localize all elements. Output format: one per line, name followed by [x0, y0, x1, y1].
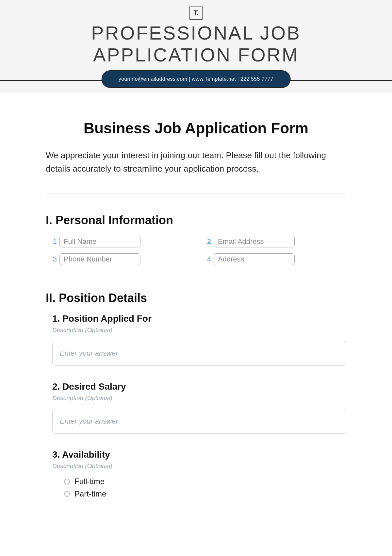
intro-text: We appreciate your interest in joining o…: [46, 149, 346, 175]
contact-text: yourinfo@emailaddress.com | www.Template…: [119, 76, 274, 82]
radio-icon: [64, 479, 70, 484]
contact-pill: yourinfo@emailaddress.com | www.Template…: [102, 70, 291, 88]
question-title: 2. Desired Salary: [52, 381, 346, 392]
title-line-2: APPLICATION FORM: [93, 44, 299, 65]
field-number: 1: [51, 237, 57, 246]
radio-parttime[interactable]: Part-time: [64, 489, 346, 498]
logo-box: T.: [189, 7, 203, 20]
field-address: 4: [205, 253, 346, 265]
availability-options: Full-time Part-time: [52, 477, 346, 498]
logo-text: T.: [193, 9, 198, 17]
position-input[interactable]: [52, 341, 346, 366]
section-divider: [46, 194, 346, 194]
radio-fulltime[interactable]: Full-time: [64, 477, 346, 486]
radio-label: Full-time: [74, 477, 105, 486]
field-number: 2: [205, 237, 211, 246]
question-description: Description (Optional): [52, 395, 346, 402]
phone-input[interactable]: [59, 253, 140, 265]
form-title: Business Job Application Form: [46, 119, 346, 137]
main-title: PROFESSIONAL JOB APPLICATION FORM: [0, 22, 392, 66]
section-1-heading: I. Personal Information: [46, 213, 346, 227]
question-availability: 3. Availability Description (Optional) F…: [46, 449, 346, 498]
form-content: Business Job Application Form We appreci…: [46, 93, 346, 527]
question-title: 1. Position Applied For: [52, 313, 346, 324]
field-number: 4: [205, 255, 211, 263]
question-salary: 2. Desired Salary Description (Optional): [46, 381, 346, 434]
field-full-name: 1: [51, 236, 192, 247]
radio-label: Part-time: [74, 489, 106, 498]
question-position: 1. Position Applied For Description (Opt…: [46, 313, 346, 366]
header-rule: yourinfo@emailaddress.com | www.Template…: [0, 70, 392, 93]
question-description: Description (Optional): [52, 463, 346, 470]
address-input[interactable]: [214, 253, 295, 265]
section-2-heading: II. Position Details: [46, 291, 346, 305]
header-band: T. PROFESSIONAL JOB APPLICATION FORM you…: [0, 0, 392, 93]
full-name-input[interactable]: [59, 236, 140, 247]
field-phone: 3: [51, 253, 192, 265]
question-description: Description (Optional): [52, 327, 346, 334]
salary-input[interactable]: [52, 409, 346, 434]
title-line-1: PROFESSIONAL JOB: [91, 22, 301, 43]
personal-info-grid: 1 2 3 4: [46, 236, 346, 265]
field-number: 3: [51, 255, 57, 263]
email-input[interactable]: [214, 236, 295, 247]
radio-icon: [64, 491, 70, 497]
field-email: 2: [205, 236, 346, 247]
question-title: 3. Availability: [52, 449, 346, 460]
